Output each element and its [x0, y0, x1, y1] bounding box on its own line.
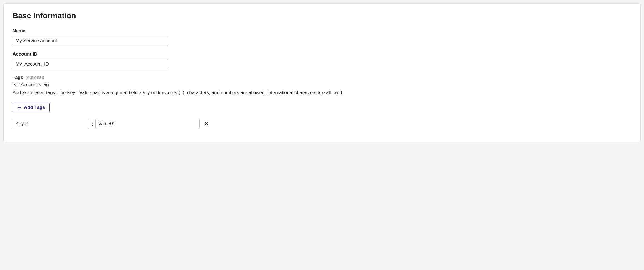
tags-label: Tags (optional): [13, 75, 631, 80]
tag-value-input[interactable]: [95, 119, 200, 129]
tag-row: :: [13, 119, 631, 129]
tag-colon-separator: :: [91, 121, 94, 127]
base-info-panel: Base Information Name Account ID Tags (o…: [3, 3, 641, 142]
add-tags-button-label: Add Tags: [24, 105, 45, 110]
tags-help-line1: Set Account's tag.: [13, 81, 631, 88]
tag-remove-button[interactable]: [203, 120, 210, 128]
account-id-input[interactable]: [13, 59, 168, 69]
tag-key-input[interactable]: [13, 119, 89, 129]
account-id-label: Account ID: [13, 51, 631, 57]
name-label: Name: [13, 28, 631, 34]
tags-label-text: Tags: [13, 75, 23, 80]
tags-field-group: Tags (optional) Set Account's tag. Add a…: [13, 75, 631, 129]
section-title: Base Information: [13, 11, 631, 20]
close-icon: [204, 121, 209, 127]
plus-icon: [17, 106, 21, 109]
name-field-group: Name: [13, 28, 631, 46]
tags-optional-label: (optional): [26, 75, 44, 80]
account-id-field-group: Account ID: [13, 51, 631, 69]
tags-help-line2: Add associated tags. The Key - Value pai…: [13, 89, 631, 96]
name-input[interactable]: [13, 36, 168, 46]
add-tags-button[interactable]: Add Tags: [13, 103, 50, 112]
